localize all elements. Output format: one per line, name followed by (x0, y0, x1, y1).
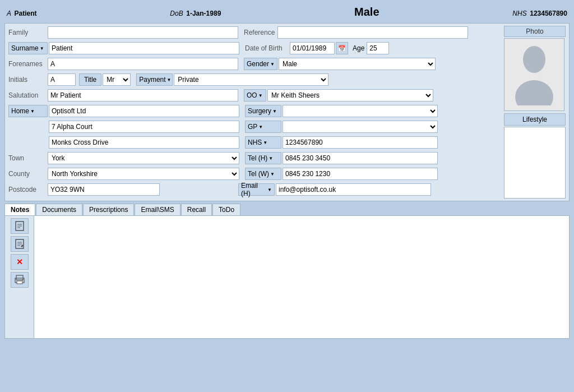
reference-label: Reference (244, 29, 277, 36)
surname-arrow: ▼ (40, 46, 44, 51)
salutation-input[interactable] (48, 89, 238, 102)
gender-arrow: ▼ (270, 62, 275, 67)
county-row: County North Yorkshire Tel (W) ▼ (8, 167, 501, 181)
gp-select[interactable] (283, 121, 438, 133)
surgery-dropdown-btn[interactable]: Surgery ▼ (245, 105, 281, 117)
town-label: Town (8, 154, 48, 162)
nhs-field-arrow: ▼ (263, 140, 267, 145)
address2-row: GP ▼ (8, 120, 501, 133)
title-select[interactable]: MrMrsMissDr (103, 73, 131, 86)
tel-h-dropdown-btn[interactable]: Tel (H) ▼ (245, 152, 281, 164)
svg-point-14 (22, 279, 23, 280)
email-h-dropdown-btn[interactable]: Email (H) ▼ (238, 183, 275, 196)
edit-note-icon (15, 238, 25, 250)
oo-arrow: ▼ (258, 93, 263, 98)
family-input[interactable] (48, 26, 238, 39)
address3-input[interactable] (49, 136, 239, 149)
gender-select[interactable]: Male Female (279, 58, 436, 70)
forenames-row: Forenames Gender ▼ Male Female (8, 57, 501, 71)
home-arrow: ▼ (30, 109, 35, 114)
age-input[interactable] (367, 42, 389, 54)
forenames-label: Forenames (8, 60, 48, 68)
dob-section: DoB 1-Jan-1989 (170, 6, 221, 19)
dob-input-wrap: 📅 (290, 42, 348, 54)
surgery-select[interactable] (283, 105, 438, 117)
gp-arrow: ▼ (258, 124, 263, 130)
title-btn[interactable]: Title (79, 73, 101, 86)
right-notes-box (504, 127, 566, 199)
gp-dropdown-btn[interactable]: GP ▼ (245, 121, 281, 133)
form-area: Family Reference Surname ▼ Date of Birth (4, 23, 570, 201)
tab-todo[interactable]: ToDo (212, 204, 240, 215)
edit-note-btn[interactable] (11, 236, 29, 252)
delete-note-btn[interactable]: ✕ (11, 254, 29, 270)
nhs-section: NHS 1234567890 (512, 6, 567, 19)
calendar-btn[interactable]: 📅 (336, 42, 348, 54)
nhs-field-input[interactable] (283, 136, 438, 149)
town-select[interactable]: York (48, 152, 239, 164)
age-label: Age (353, 44, 364, 52)
dob-value: 1-Jan-1989 (186, 10, 221, 17)
address1-row: Home ▼ Surgery ▼ (8, 104, 501, 118)
new-note-btn[interactable] (11, 218, 29, 234)
initials-label: Initials (8, 76, 48, 84)
nhs-label: NHS (512, 10, 526, 17)
main-container: A Patient DoB 1-Jan-1989 Male NHS 123456… (0, 0, 574, 392)
address1-input[interactable] (49, 105, 239, 117)
tab-recall[interactable]: Recall (181, 204, 212, 215)
gender-display: Male (354, 6, 379, 19)
tel-w-input[interactable] (283, 168, 438, 180)
notes-area: ✕ (4, 215, 570, 339)
notes-content[interactable] (34, 216, 569, 338)
county-select[interactable]: North Yorkshire (48, 168, 239, 180)
tab-notes[interactable]: Notes (4, 204, 35, 215)
right-panel: Photo Lifestyle (504, 26, 566, 199)
postcode-row: Postcode Email (H) ▼ (8, 183, 501, 196)
nhs-number: 1234567890 (530, 10, 567, 17)
gender-dropdown-btn[interactable]: Gender ▼ (244, 58, 277, 70)
county-label: County (8, 170, 48, 178)
address2-input[interactable] (49, 121, 239, 133)
dob-field-input[interactable] (290, 42, 335, 54)
new-note-icon (15, 220, 25, 232)
tab-prescriptions[interactable]: Prescriptions (83, 204, 134, 215)
patient-initial: A (7, 10, 11, 17)
lifestyle-btn[interactable]: Lifestyle (504, 113, 566, 126)
payment-arrow: ▼ (167, 77, 172, 82)
initials-input[interactable] (48, 73, 76, 86)
svg-rect-11 (16, 275, 23, 280)
photo-label: Photo (504, 26, 566, 37)
forenames-input[interactable] (48, 58, 238, 70)
photo-silhouette (512, 44, 557, 105)
salutation-label: Salutation (8, 91, 48, 99)
tel-h-input[interactable] (283, 152, 438, 164)
print-note-btn[interactable] (11, 272, 29, 288)
tel-w-dropdown-btn[interactable]: Tel (W) ▼ (245, 168, 281, 180)
oo-dropdown-btn[interactable]: OO ▼ (244, 89, 266, 102)
nhs-field-dropdown-btn[interactable]: NHS ▼ (245, 136, 281, 149)
payment-select[interactable]: PrivateNHS (174, 73, 328, 86)
top-section: Family Reference Surname ▼ Date of Birth (8, 26, 566, 199)
notes-textarea[interactable] (36, 218, 567, 336)
email-h-arrow: ▼ (267, 187, 272, 192)
dob-field-label: Date of Birth (245, 44, 290, 52)
salutation-row: Salutation OO ▼ Mr Keith Sheers (8, 89, 501, 102)
left-form: Family Reference Surname ▼ Date of Birth (8, 26, 501, 199)
reference-input[interactable] (277, 26, 468, 39)
postcode-label: Postcode (8, 186, 48, 193)
print-icon (15, 275, 25, 285)
surname-dropdown-btn[interactable]: Surname ▼ (8, 42, 48, 54)
payment-dropdown-btn[interactable]: Payment ▼ (136, 73, 173, 86)
tab-email-sms[interactable]: Email\SMS (135, 204, 180, 215)
patient-title: A Patient (7, 6, 37, 19)
photo-box (504, 38, 564, 111)
tab-documents[interactable]: Documents (36, 204, 82, 215)
oo-select[interactable]: Mr Keith Sheers (267, 89, 433, 102)
postcode-input[interactable] (48, 183, 160, 196)
tel-h-arrow: ▼ (269, 156, 273, 161)
home-dropdown-btn[interactable]: Home ▼ (8, 105, 48, 117)
svg-rect-13 (17, 281, 22, 284)
surname-input[interactable] (49, 42, 239, 54)
dob-label: DoB (170, 10, 183, 17)
email-h-input[interactable] (276, 183, 431, 196)
